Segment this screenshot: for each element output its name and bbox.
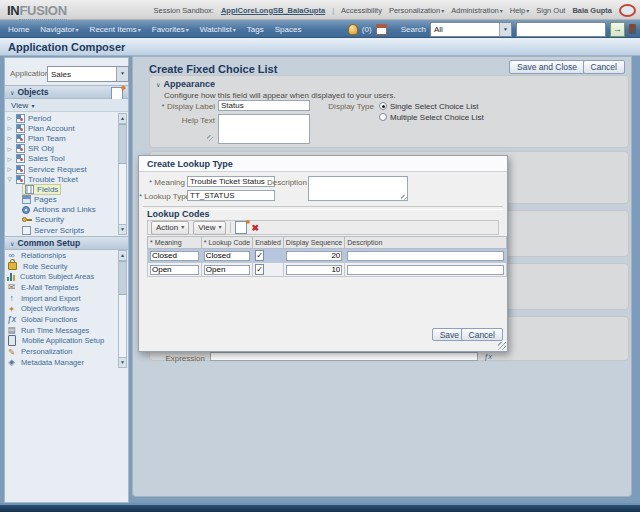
search-go-button[interactable]: → [610,22,625,37]
scroll-up-icon[interactable]: ▲ [119,114,126,124]
col-meaning[interactable]: * Meaning [148,237,202,249]
common-setup-custom-subject-areas[interactable]: Custom Subject Areas [6,271,118,282]
save-and-close-button[interactable]: Save and Close [509,60,585,74]
application-select[interactable]: Sales▼ [47,66,129,82]
common-setup-object-workflows[interactable]: ✦Object Workflows [6,303,118,314]
tree-item-service-request[interactable]: ▷Service Request [6,164,118,174]
tree-item-security[interactable]: Security [6,215,118,225]
view-menu-button[interactable]: View ▾ [11,101,34,110]
table-row[interactable]: ✓ [148,249,507,263]
menu-favorites[interactable]: Favorites▾ [152,25,189,34]
expand-icon[interactable]: ▷ [6,135,13,141]
common-setup-import-export[interactable]: ↑Import and Export [6,293,118,304]
new-row-icon[interactable]: ✱ [235,221,247,234]
resize-grip[interactable] [207,135,213,141]
expand-icon[interactable]: ▷ [6,146,13,152]
tree-item-period[interactable]: ▷Period [6,113,118,123]
common-setup-email-templates[interactable]: ✉E-Mail Templates [6,282,118,293]
accessibility-link[interactable]: Accessibility [341,6,382,15]
tree-item-trouble-ticket[interactable]: ▽Trouble Ticket [6,174,118,184]
action-menu-button[interactable]: Action▾ [151,221,189,235]
common-setup-global-functions[interactable]: ƒxGlobal Functions [6,314,118,325]
select-arrow-icon[interactable]: ▼ [499,23,511,36]
col-display-sequence[interactable]: Display Sequence [283,237,344,249]
common-setup-run-time-messages[interactable]: ▤Run Time Messages [6,325,118,336]
administration-menu[interactable]: Administration▾ [451,6,503,15]
tree-item-actions-and-links[interactable]: Actions and Links [6,205,118,215]
expand-icon[interactable]: ▷ [6,125,13,131]
lookup-code-cell-input[interactable] [204,251,250,261]
description-cell-input[interactable] [347,251,504,261]
appearance-header[interactable]: ∨Appearance [156,79,215,89]
enabled-checkbox[interactable]: ✓ [255,250,264,261]
collapse-icon[interactable]: ▽ [6,176,13,182]
scroll-down-icon[interactable]: ▼ [119,224,126,234]
description-cell-input[interactable] [347,265,504,275]
table-row[interactable]: ✓ [148,263,507,277]
common-setup-scrollbar[interactable]: ▲ ▼ [118,250,127,368]
collapse-icon[interactable]: ∨ [10,240,14,247]
common-setup-mobile-application-setup[interactable]: Mobile Application Setup [6,336,118,347]
expand-icon[interactable]: ▷ [6,115,13,121]
enabled-checkbox[interactable]: ✓ [255,264,264,275]
meaning-input[interactable] [187,176,275,187]
help-text-textarea[interactable] [218,114,310,144]
col-description[interactable]: Description [345,237,507,249]
scroll-up-icon[interactable]: ▲ [119,251,126,261]
scroll-down-icon[interactable]: ▼ [119,357,126,367]
dialog-resize-grip[interactable] [498,342,506,350]
lookup-code-cell-input[interactable] [204,265,250,275]
display-sequence-cell-input[interactable] [286,251,342,261]
expand-icon[interactable]: ▷ [6,156,13,162]
multiple-select-radio[interactable] [379,113,387,121]
search-input[interactable] [516,22,606,37]
expand-icon[interactable]: ▷ [6,166,13,172]
resize-grip[interactable] [401,195,407,201]
cancel-button[interactable]: Cancel [583,60,625,74]
tree-item-server-scripts[interactable]: Server Scripts [6,225,118,235]
help-menu[interactable]: Help▾ [510,6,529,15]
meaning-cell-input[interactable] [150,265,199,275]
col-enabled[interactable]: Enabled [253,237,284,249]
tree-item-fields[interactable]: Fields [6,184,118,194]
menu-spaces[interactable]: Spaces [275,25,302,34]
common-setup-relationships[interactable]: ∞Relationships [6,250,118,261]
delete-row-icon[interactable]: ✖ [251,223,259,233]
common-setup-metadata-manager[interactable]: ◈Metadata Manager [6,357,118,368]
menu-recent-items[interactable]: Recent Items▾ [90,25,141,34]
col-lookup-code[interactable]: * Lookup Code [201,237,252,249]
menu-watchlist[interactable]: Watchlist▾ [200,25,236,34]
common-setup-role-security[interactable]: Role Security [6,261,118,272]
lookup-type-input[interactable] [187,190,275,201]
view-menu-button[interactable]: View▾ [193,221,226,235]
scrollbar-thumb[interactable] [119,124,126,164]
description-textarea[interactable] [308,176,408,201]
menu-navigator[interactable]: Navigator▾ [40,25,78,34]
objects-tree-scrollbar[interactable]: ▲ ▼ [118,113,127,235]
meaning-cell-input[interactable] [150,251,199,261]
menu-tags[interactable]: Tags [247,25,264,34]
common-setup-section-header[interactable]: ∨ Common Setup [5,236,128,250]
single-select-radio[interactable] [379,102,387,110]
expression-builder-icon[interactable]: ƒx [484,352,492,361]
notifications-bell-icon[interactable] [348,24,358,35]
search-scope-select[interactable]: All▼ [430,22,512,37]
personalization-menu[interactable]: Personalization▾ [389,6,444,15]
objects-section-header[interactable]: ∨ Objects ✱ [5,85,128,99]
dialog-cancel-button[interactable]: Cancel [461,328,503,341]
scrollbar-thumb[interactable] [119,261,126,295]
tree-item-plan-team[interactable]: ▷Plan Team [6,133,118,143]
session-sandbox-link[interactable]: ApplCoreLongSB_BalaGupta [221,6,325,15]
tree-item-pages[interactable]: Pages [6,195,118,205]
display-label-input[interactable] [218,100,310,111]
calendar-icon[interactable] [376,24,387,35]
collapse-icon[interactable]: ∨ [156,81,160,88]
collapse-icon[interactable]: ∨ [10,89,14,96]
sign-out-link[interactable]: Sign Out [536,6,565,15]
chat-icon[interactable] [619,4,636,17]
common-setup-personalization[interactable]: ✎Personalization [6,346,118,357]
menu-home[interactable]: Home [8,25,29,34]
expression-input[interactable] [210,352,478,361]
tree-item-sales-tool[interactable]: ▷Sales Tool [6,154,118,164]
select-arrow-icon[interactable]: ▼ [116,67,128,81]
